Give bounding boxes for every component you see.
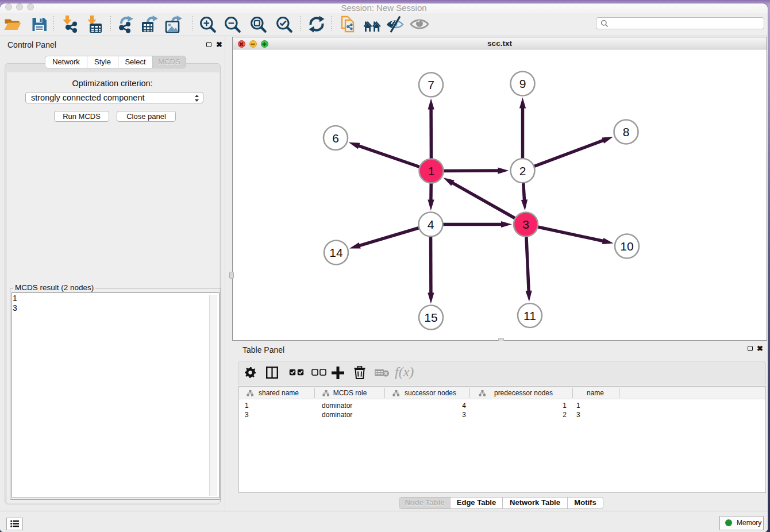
svg-text:6: 6 [332, 132, 339, 145]
svg-text:1: 1 [428, 164, 435, 178]
svg-text:7: 7 [428, 78, 434, 91]
svg-text:14: 14 [329, 246, 343, 259]
svg-text:11: 11 [523, 309, 536, 322]
svg-text:10: 10 [620, 240, 633, 253]
svg-text:4: 4 [428, 218, 434, 231]
svg-text:15: 15 [424, 311, 437, 324]
svg-text:9: 9 [519, 77, 526, 90]
svg-text:2: 2 [519, 164, 526, 178]
svg-text:8: 8 [623, 125, 630, 138]
svg-text:3: 3 [522, 218, 529, 231]
